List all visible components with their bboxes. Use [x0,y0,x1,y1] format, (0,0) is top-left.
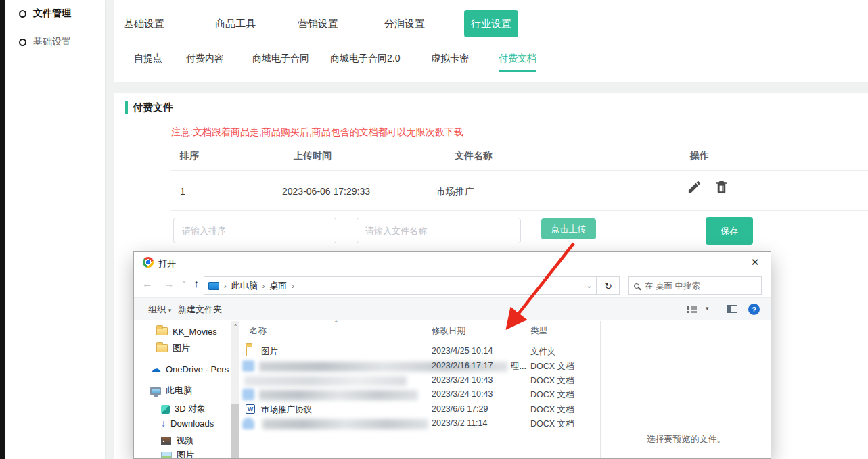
section-title: 付费文件 [133,101,173,114]
scroll-up-icon[interactable] [231,321,239,332]
sidebar-item-label: 文件管理 [33,7,71,20]
breadcrumb-separator-icon [224,282,227,290]
sidebar-divider [5,22,105,22]
tab-paid-content[interactable]: 付费内容 [186,53,224,65]
table-divider [171,210,868,211]
desktop-icon [208,282,219,290]
tree-item-videos[interactable]: 视频 [161,434,193,448]
tree-item-kk-movies[interactable]: KK_Movies [156,324,217,338]
file-row-redacted[interactable]: 2023/3/2 11:14 DOCX 文档 [134,416,600,431]
tree-item-pictures[interactable]: 图片 [161,448,194,459]
screen-edge-strip [0,0,5,459]
list-col-type[interactable]: 类型 [530,325,547,337]
tab-pickup-point[interactable]: 自提点 [134,53,162,65]
image-icon [161,452,172,459]
address-bar[interactable]: 此电脑 桌面 [204,276,597,295]
close-icon[interactable] [746,255,764,270]
dialog-toolbar: 组织 新建文件夹 [134,298,771,320]
tab-mall-econtract[interactable]: 商城电子合同 [252,53,309,65]
tab-product-tools[interactable]: 商品工具 [215,18,256,30]
folder-icon [246,345,247,356]
file-row-redacted[interactable]: 2023/3/24 10:43 DOCX 文档 [134,387,600,402]
breadcrumb-desktop[interactable]: 桌面 [269,280,287,292]
new-folder-button[interactable]: 新建文件夹 [178,304,222,316]
preview-hint-text: 选择要预览的文件。 [600,433,771,445]
radio-circle-icon [19,10,26,18]
tab-marketing-settings[interactable]: 营销设置 [298,18,338,30]
file-name-input[interactable] [357,218,521,243]
breadcrumb-separator-icon [292,282,294,290]
col-header-upload-time: 上传时间 [294,150,332,162]
tab-basic-settings[interactable]: 基础设置 [124,18,164,30]
edit-icon[interactable] [687,179,703,197]
tab-virtual-card[interactable]: 虚拟卡密 [431,53,469,65]
sidebar-item-basic-settings[interactable]: 基础设置 [5,31,105,53]
film-icon [161,437,171,445]
upload-button[interactable]: 点击上传 [541,218,596,239]
section-accent-bar [125,101,128,114]
search-input[interactable] [645,281,756,291]
column-divider[interactable] [522,322,522,339]
sidebar: 文件管理 基础设置 [5,0,105,459]
file-row-marketing-agreement[interactable]: 市场推广协议 2023/6/6 17:29 DOCX 文档 [134,402,600,416]
cell-sort: 1 [180,186,185,197]
folder-icon [156,327,168,335]
tab-profit-settings[interactable]: 分润设置 [384,18,425,30]
breadcrumb-this-pc[interactable]: 此电脑 [231,280,258,292]
table-divider [171,170,868,171]
chrome-icon [143,257,154,268]
dialog-titlebar[interactable]: 打开 [134,252,771,272]
address-dropdown-icon[interactable] [587,282,592,289]
tab-industry-settings[interactable]: 行业设置 [464,10,518,37]
redacted-file-icon [242,360,254,372]
col-header-sort: 排序 [180,150,199,162]
cell-upload-time: 2023-06-06 17:29:33 [282,186,370,197]
dialog-navbar: ← → ⌄ ↑ 此电脑 桌面 [134,272,771,298]
redacted-file-name [244,376,407,386]
refresh-icon[interactable] [597,276,620,295]
tab-mall-econtract-20[interactable]: 商城电子合同2.0 [330,53,400,65]
up-icon[interactable]: ↑ [193,278,199,290]
preview-pane-icon[interactable] [727,305,737,313]
organize-button[interactable]: 组织 [148,304,171,316]
col-header-file-name: 文件名称 [455,150,493,162]
list-col-date-modified[interactable]: 修改日期 [432,325,465,337]
breadcrumb-separator-icon [262,282,265,290]
redacted-file-icon [242,389,254,400]
file-row-redacted[interactable]: 2023/3/24 10:43 DOCX 文档 [134,373,600,387]
tab-paid-documents[interactable]: 付费文档 [499,53,536,72]
word-doc-icon [246,404,255,414]
col-header-actions: 操作 [690,150,709,162]
file-open-dialog: 打开 ← → ⌄ ↑ 此电脑 桌面 组织 新建文件夹 KK_Movies 图片 [133,251,771,459]
search-box [628,276,762,295]
column-divider[interactable] [424,322,424,339]
dialog-title: 打开 [158,258,176,270]
save-button[interactable]: 保存 [706,217,753,245]
view-dropdown-icon[interactable] [706,305,709,312]
redacted-file-icon [242,418,254,429]
tabs-panel: 基础设置 商品工具 营销设置 分润设置 行业设置 自提点 付费内容 商城电子合同… [114,0,868,82]
forward-icon[interactable]: → [164,278,175,290]
file-row-redacted[interactable]: 理... 2023/2/16 17:17 DOCX 文档 [134,359,600,373]
dropdown-icon [168,307,172,314]
search-icon [634,283,639,289]
file-row-pictures[interactable]: 图片 2023/4/25 10:14 文件夹 [134,344,600,358]
sidebar-item-label: 基础设置 [33,36,71,48]
history-chevron-icon[interactable]: ⌄ [181,276,187,284]
sort-ascending-icon [334,320,339,327]
view-mode-icon[interactable] [687,306,697,313]
back-icon[interactable]: ← [142,278,153,290]
cell-file-name: 市场推广 [436,186,474,198]
help-icon[interactable] [748,304,760,315]
redacted-file-name [259,390,418,400]
redacted-file-name [262,419,428,429]
radio-circle-icon [19,39,26,46]
delete-icon[interactable] [714,179,730,197]
list-col-name[interactable]: 名称 [250,325,267,337]
sort-input[interactable] [173,218,336,243]
notice-text: 注意:文档跟着商品走,商品购买后,商品包含的文档都可以无限次数下载 [171,126,463,139]
